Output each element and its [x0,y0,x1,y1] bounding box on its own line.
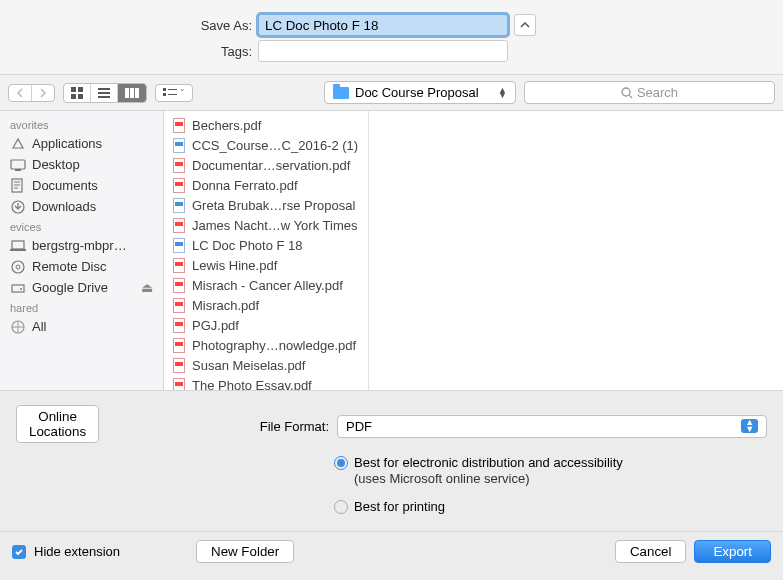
chevron-left-icon [16,88,24,98]
file-name: Bechers.pdf [192,118,261,133]
file-name: Donna Ferrato.pdf [192,178,298,193]
svg-rect-6 [98,96,110,98]
cancel-button[interactable]: Cancel [615,540,687,563]
radio-button[interactable] [334,456,348,470]
save-as-input[interactable] [258,14,508,36]
preview-pane [369,111,783,390]
file-name: Lewis Hine.pdf [192,258,277,273]
file-name: PGJ.pdf [192,318,239,333]
eject-icon[interactable]: ⏏ [141,280,153,295]
file-item[interactable]: PGJ.pdf [164,315,368,335]
svg-rect-11 [168,89,177,90]
sidebar-header: hared [0,298,163,316]
file-format-label: File Format: [99,419,337,434]
svg-point-22 [16,265,20,269]
group-by-button[interactable]: ˅ [155,84,193,102]
file-item[interactable]: Bechers.pdf [164,115,368,135]
save-as-label: Save As: [0,18,258,33]
folder-select[interactable]: Doc Course Proposal ▲▼ [324,81,516,104]
doc-file-icon [172,197,186,213]
file-item[interactable]: James Nacht…w York Times [164,215,368,235]
file-item[interactable]: Greta Brubak…rse Proposal [164,195,368,215]
apps-icon [10,137,26,151]
sidebar-item[interactable]: bergstrg-mbpr… [0,235,163,256]
sidebar-item[interactable]: Remote Disc [0,256,163,277]
new-folder-button[interactable]: New Folder [196,540,294,563]
file-name: James Nacht…w York Times [192,218,357,233]
file-item[interactable]: Misrach.pdf [164,295,368,315]
sidebar-item[interactable]: Downloads [0,196,163,217]
file-browser: avoritesApplicationsDesktopDocumentsDown… [0,111,783,391]
file-format-select[interactable]: PDF ▲▼ [337,415,767,438]
sidebar-item-label: bergstrg-mbpr… [32,238,127,253]
sidebar-item-label: Applications [32,136,102,151]
chevron-up-icon [520,22,530,28]
svg-rect-1 [78,87,83,92]
sidebar-header: evices [0,217,163,235]
pdf-file-icon [172,217,186,233]
desktop-icon [10,158,26,172]
collapse-button[interactable] [514,14,536,36]
forward-button[interactable] [32,85,54,101]
sidebar-item-label: Documents [32,178,98,193]
group-icon [163,88,177,98]
svg-rect-2 [71,94,76,99]
sidebar-item-label: Downloads [32,199,96,214]
radio-electronic[interactable]: Best for electronic distribution and acc… [334,455,767,487]
pdf-file-icon [172,257,186,273]
search-icon [621,87,633,99]
sidebar-item[interactable]: Desktop [0,154,163,175]
svg-rect-10 [163,88,166,91]
svg-rect-15 [11,160,25,169]
svg-rect-0 [71,87,76,92]
back-button[interactable] [9,85,32,101]
export-button[interactable]: Export [694,540,771,563]
online-locations-button[interactable]: Online Locations [16,405,99,443]
pdf-file-icon [172,337,186,353]
file-name: LC Doc Photo F 18 [192,238,303,253]
svg-rect-12 [163,93,166,96]
sidebar-item[interactable]: All [0,316,163,337]
icon-view-button[interactable] [64,84,91,102]
file-list: Bechers.pdfCCS_Course…C_2016-2 (1)Docume… [164,111,369,390]
globe-icon [10,320,26,334]
file-item[interactable]: Susan Meiselas.pdf [164,355,368,375]
file-item[interactable]: Photography…nowledge.pdf [164,335,368,355]
radio-printing[interactable]: Best for printing [334,499,767,515]
file-item[interactable]: Lewis Hine.pdf [164,255,368,275]
sidebar-item-label: Google Drive [32,280,108,295]
file-item[interactable]: Documentar…servation.pdf [164,155,368,175]
file-item[interactable]: CCS_Course…C_2016-2 (1) [164,135,368,155]
file-item[interactable]: LC Doc Photo F 18 [164,235,368,255]
file-name: Misrach - Cancer Alley.pdf [192,278,343,293]
hide-extension-checkbox[interactable] [12,545,26,559]
folder-name: Doc Course Proposal [355,85,479,100]
svg-rect-9 [135,88,139,98]
file-item[interactable]: The Photo Essay.pdf [164,375,368,390]
search-input[interactable]: Search [524,81,775,104]
list-view-button[interactable] [91,84,118,102]
sidebar-item[interactable]: Applications [0,133,163,154]
file-item[interactable]: Donna Ferrato.pdf [164,175,368,195]
svg-rect-4 [98,88,110,90]
file-name: The Photo Essay.pdf [192,378,312,391]
tags-input[interactable] [258,40,508,62]
tags-label: Tags: [0,44,258,59]
svg-rect-3 [78,94,83,99]
columns-icon [125,88,139,98]
doc-file-icon [172,237,186,253]
svg-rect-23 [12,285,24,292]
sidebar-item[interactable]: Google Drive⏏ [0,277,163,298]
file-name: Misrach.pdf [192,298,259,313]
file-name: Greta Brubak…rse Proposal [192,198,355,213]
check-icon [14,547,24,557]
sidebar-item[interactable]: Documents [0,175,163,196]
file-item[interactable]: Misrach - Cancer Alley.pdf [164,275,368,295]
sidebar-item-label: Remote Disc [32,259,106,274]
view-mode-buttons [63,83,147,103]
svg-point-21 [12,261,24,273]
file-name: Documentar…servation.pdf [192,158,350,173]
column-view-button[interactable] [118,84,146,102]
sidebar-item-label: All [32,319,46,334]
radio-button[interactable] [334,500,348,514]
